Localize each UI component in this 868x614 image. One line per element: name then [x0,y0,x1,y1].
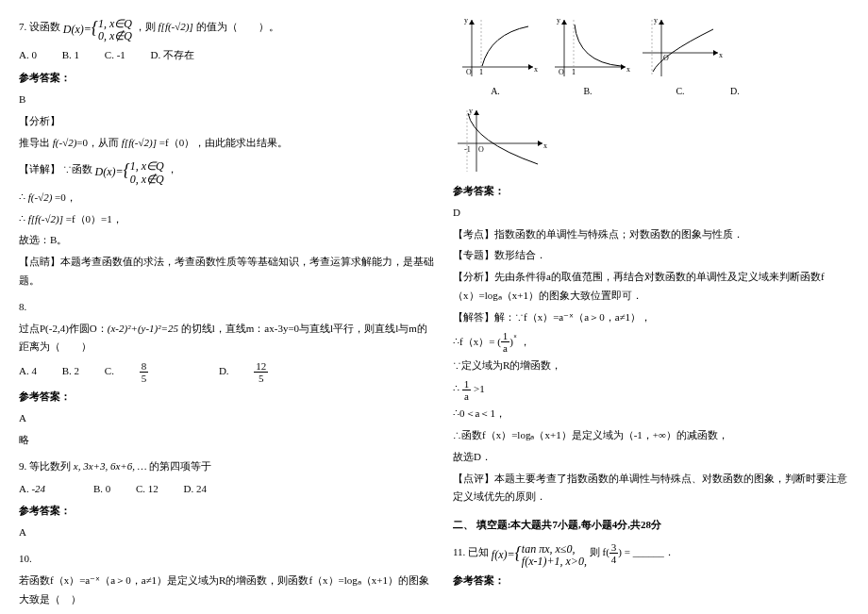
q10-graph-a: x y O 1 A. [453,15,538,100]
q7-ans: B [19,91,434,109]
q9-opt-c: C. 12 [136,483,159,494]
q7-analysis-label: 【分析】 [19,112,434,131]
q10-graphs-row1: x y O 1 A. x y O [453,15,849,100]
q10-fenxi: 【分析】先由条件得a的取值范围，再结合对数函数的单调性及定义域来判断函数f（x）… [453,268,849,306]
q7-num: 7. [19,21,26,32]
svg-marker-21 [659,20,664,25]
q8-ans-label: 参考答案： [19,388,434,407]
q9-line: 9. 等比数列 x, 3x+3, 6x+6, … 的第四项等于 [19,457,434,476]
q7-opt-d: D. 不存在 [151,49,194,60]
q7-step1: ∴ f(-√2) =0， [19,189,434,207]
svg-text:-1: -1 [464,145,471,154]
svg-text:O: O [559,68,564,76]
q10-zhuanti: 【专题】数形结合． [453,246,849,265]
q10-jieda1: 【解答】解：∵f（x）=a⁻ˣ（a＞0，a≠1）， [453,308,849,327]
question-7: 7. 设函数 D(x)={1, x∈Q0, x∉Q ，则 f[f(-√2)] 的… [19,12,434,290]
q10-num: 10. [19,550,434,569]
q10-graphs-row2: x y O -1 [453,106,849,176]
q10-opt-c-label: C. [676,83,684,100]
section-2-title: 二、 填空题:本大题共7小题,每小题4分,共28分 [453,516,849,535]
q7-step2-formula: f[f(-√2)] [28,213,63,224]
q10-graph-d-label-only: D. [730,15,740,100]
svg-text:y: y [464,16,468,25]
question-9: 9. 等比数列 x, 3x+3, 6x+6, … 的第四项等于 A. -24 B… [19,457,434,542]
q9-opt-a: A. -24 [19,483,68,494]
q9-options: A. -24 B. 0 C. 12 D. 24 [19,480,434,499]
question-10-head: 10. 若函数f（x）=a⁻ˣ（a＞0，a≠1）是定义域为R的增函数，则函数f（… [19,550,434,608]
q7-detail-formula: D(x)={1, x∈Q0, x∉Q [95,155,164,185]
q7-opt-a: A. 0 [19,49,37,60]
graph-d-svg: x y O -1 [453,106,547,176]
svg-marker-29 [474,110,479,115]
q8-text: 过点P(-2,4)作圆O：(x-2)²+(y-1)²=25 的切线l，直线m：a… [19,320,434,357]
svg-text:x: x [719,51,723,59]
q10-text: 若函数f（x）=a⁻ˣ（a＞0，a≠1）是定义域为R的增函数，则函数f（x）=l… [19,572,434,609]
q10-graph-c: x y O C. [638,15,723,100]
svg-text:O: O [466,68,472,76]
q8-omit: 略 [19,431,434,450]
q8-options: A. 4 B. 2 C. 85 D. 125 [19,360,434,384]
q7-comment: 【点睛】本题考查函数值的求法，考查函数性质等等基础知识，考查运算求解能力，是基础… [19,253,434,290]
svg-marker-10 [621,64,626,70]
q10-graph-d: x y O -1 [453,106,547,176]
q11-piecewise: f(x)={tan πx, x≤0,f(x-1)+1, x>0, [492,538,587,568]
q10-jieda4: ∴ 1a >1 [453,378,849,402]
q10-graph-b: x y O 1 B. [545,15,630,100]
q8-opt-b: B. 2 [62,365,79,376]
q10-opt-b-label: B. [583,83,592,100]
q10-jieda3: ∵定义域为R的增函数， [453,357,849,375]
graph-c-svg: x y O [638,15,723,81]
svg-text:x: x [626,65,630,74]
q9-opt-b: B. 0 [93,483,110,494]
q8-ans: A [19,409,434,428]
svg-marker-1 [528,64,533,70]
q7-ans-label: 参考答案： [19,69,434,88]
q7-prefix: 设函数 [29,21,60,32]
graph-a-svg: x y O 1 [453,15,538,81]
q9-ans-label: 参考答案： [19,502,434,521]
q10-dianping: 【点评】本题主要考查了指数函数的单调性与特殊点、对数函数的图象，判断时要注意定义… [453,470,849,507]
q8-num: 8. [19,298,434,317]
q7-opt-c: C. -1 [105,49,125,60]
svg-marker-12 [561,20,567,25]
svg-text:1: 1 [479,68,483,76]
svg-marker-3 [469,20,475,25]
q8-opt-a: A. 4 [19,365,37,376]
q10-opt-a-label: A. [491,83,500,100]
q7-opt-b: B. 1 [62,49,79,60]
svg-marker-27 [538,141,542,146]
q11-ans-label: 参考答案： [453,572,849,590]
graph-b-svg: x y O 1 [545,15,630,81]
q10-ans-label: 参考答案： [453,182,849,201]
svg-text:x: x [534,65,538,74]
svg-text:1: 1 [572,68,576,76]
q10-ans: D [453,204,849,223]
q8-opt-d: D. 125 [219,365,313,376]
q10-opt-d-label: D. [730,83,740,100]
svg-text:y: y [469,107,473,115]
q10-jieda2: ∴f（x）= (1a)ˣ ， [453,330,849,355]
q9-ans: A [19,523,434,542]
svg-text:y: y [654,16,658,25]
svg-text:O: O [478,145,484,154]
q7-piecewise: D(x)={1, x∈Q0, x∉Q [63,12,132,42]
question-8: 8. 过点P(-2,4)作圆O：(x-2)²+(y-1)²=25 的切线l，直线… [19,298,434,450]
q10-jieda6: ∴函数f（x）=logₐ（x+1）是定义域为（-1，+∞）的减函数， [453,426,849,445]
q9-opt-d: D. 24 [184,483,207,494]
q10-jieda7: 故选D． [453,448,849,467]
q8-opt-c: C. 85 [105,365,193,376]
q7-step2: ∴ f[f(-√2)] =f（0）=1， [19,210,434,229]
svg-text:y: y [557,16,560,25]
question-11: 11. 已知 f(x)={tan πx, x≤0,f(x-1)+1, x>0, … [453,538,849,589]
q10-kaodian: 【考点】指数函数的单调性与特殊点；对数函数的图象与性质． [453,225,849,244]
q7-choice: 故选：B。 [19,231,434,250]
q11-line: 11. 已知 f(x)={tan πx, x≤0,f(x-1)+1, x>0, … [453,538,849,568]
q7-options: A. 0 B. 1 C. -1 D. 不存在 [19,46,434,65]
q7-detail: 【详解】 ∵函数 D(x)={1, x∈Q0, x∉Q ， [19,155,434,185]
svg-marker-19 [713,50,718,56]
q7-tail: ，则 f[f(-√2)] 的值为（ ）。 [135,21,279,32]
svg-text:x: x [543,141,547,150]
q10-jieda5: ∴0＜a＜1， [453,405,849,423]
q7-analysis: 推导出 f(-√2)=0，从而 f[f(-√2)] =f（0），由此能求出结果。 [19,134,434,153]
